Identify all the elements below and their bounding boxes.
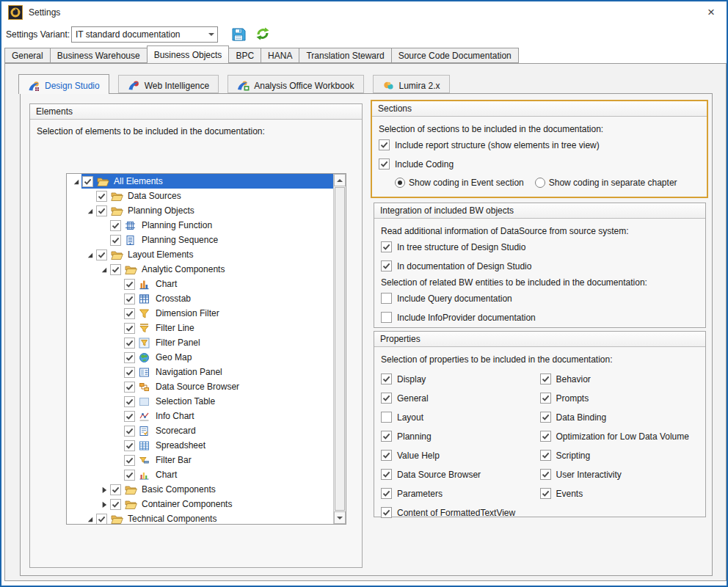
checkbox-data-binding[interactable] — [540, 412, 551, 423]
checkbox-user-interactivity[interactable] — [540, 469, 551, 480]
checkbox-layout[interactable] — [381, 412, 392, 423]
radio-show-coding-in-event-section[interactable] — [395, 178, 405, 188]
tree-row-container-components[interactable]: Container Components — [67, 497, 333, 511]
tree-row-all-elements[interactable]: All Elements — [67, 174, 333, 189]
expand-expanded-icon[interactable] — [84, 205, 95, 216]
tree-row-technical-components[interactable]: Technical Components — [67, 511, 333, 525]
tree-checkbox[interactable] — [124, 426, 135, 437]
tree-row-filter-bar[interactable]: Filter Bar — [67, 453, 333, 467]
tab-translation-steward[interactable]: Translation Steward — [299, 48, 391, 63]
tree-item-label: Planning Objects — [127, 205, 197, 217]
checkbox-behavior[interactable] — [540, 373, 551, 384]
checkbox-prompts[interactable] — [540, 393, 551, 404]
subtab-lumira-2-x[interactable]: Lumira 2.x — [373, 75, 450, 93]
tree-scrollbar[interactable] — [333, 174, 346, 524]
tree-checkbox[interactable] — [110, 235, 121, 246]
tree-checkbox[interactable] — [124, 411, 135, 422]
tab-bpc[interactable]: BPC — [228, 48, 261, 63]
expand-expanded-icon[interactable] — [84, 249, 95, 260]
tree-checkbox[interactable] — [124, 279, 135, 290]
checkbox-content-of-formattedtextview[interactable] — [381, 507, 392, 518]
tree-row-selection-table[interactable]: Selection Table — [67, 394, 333, 409]
tree-row-dimension-filter[interactable]: Dimension Filter — [67, 306, 333, 321]
tree-row-data-sources[interactable]: Data Sources — [67, 189, 333, 203]
checkbox-in-tree-structure-of-design-studio[interactable] — [381, 241, 392, 252]
radio-show-coding-in-separate-chapter[interactable] — [535, 178, 545, 188]
tree-checkbox[interactable] — [96, 514, 107, 525]
subtab-web-intelligence[interactable]: Web Intelligence — [118, 75, 219, 93]
tree-checkbox[interactable] — [124, 323, 135, 334]
tree-checkbox[interactable] — [124, 440, 135, 451]
tree-checkbox[interactable] — [110, 484, 121, 495]
tree-checkbox[interactable] — [124, 396, 135, 407]
tree-checkbox[interactable] — [124, 294, 135, 305]
checkbox-value-help[interactable] — [381, 450, 392, 461]
checkbox-optimization-for-low-data-volume[interactable] — [540, 431, 551, 442]
checkbox-in-documentation-of-design-studio[interactable] — [381, 260, 392, 271]
subtab-analysis-office-workbook[interactable]: Analysis Office Workbook — [228, 75, 363, 93]
tree-row-basic-components[interactable]: Basic Components — [67, 482, 333, 497]
tree-row-chart[interactable]: Chart — [67, 277, 333, 291]
tab-general[interactable]: General — [4, 48, 51, 63]
scroll-up-icon[interactable] — [334, 174, 346, 186]
tree-row-data-source-browser[interactable]: Data Source Browser — [67, 379, 333, 394]
tree-checkbox[interactable] — [124, 338, 135, 349]
checkbox-scripting[interactable] — [540, 450, 551, 461]
tree-checkbox[interactable] — [96, 191, 107, 202]
tree-row-chart[interactable]: Chart — [67, 467, 333, 482]
checkbox-parameters[interactable] — [381, 488, 392, 499]
tree-row-spreadsheet[interactable]: Spreadsheet — [67, 438, 333, 453]
save-icon[interactable] — [230, 26, 247, 43]
expand-collapsed-icon[interactable] — [98, 484, 109, 495]
tree-row-filter-line[interactable]: Filter Line — [67, 321, 333, 335]
checkbox-include-report-structure-show-elements-in-tree-view[interactable] — [379, 139, 390, 150]
tree-row-scorecard[interactable]: Scorecard — [67, 423, 333, 438]
checkbox-events[interactable] — [540, 488, 551, 499]
tree-checkbox[interactable] — [96, 249, 107, 260]
tree-checkbox[interactable] — [110, 499, 121, 510]
tree-row-geo-map[interactable]: Geo Map — [67, 350, 333, 365]
tab-hana[interactable]: HANA — [261, 48, 299, 63]
settings-variant-dropdown[interactable]: IT standard documentation — [71, 26, 218, 43]
tree-row-planning-sequence[interactable]: Planning Sequence — [67, 233, 333, 247]
scrollbar-thumb[interactable] — [335, 187, 345, 511]
tree-checkbox[interactable] — [124, 455, 135, 466]
checkbox-include-coding[interactable] — [379, 158, 390, 169]
expand-collapsed-icon[interactable] — [98, 498, 109, 510]
tree-row-crosstab[interactable]: Crosstab — [67, 291, 333, 306]
tree-checkbox[interactable] — [124, 470, 135, 481]
close-icon[interactable]: × — [702, 4, 721, 21]
checkbox-include-query-documentation[interactable] — [381, 293, 392, 304]
tree-checkbox[interactable] — [124, 308, 135, 319]
tree-row-filter-panel[interactable]: Filter Panel — [67, 335, 333, 350]
checkbox-include-infoprovider-documentation[interactable] — [381, 312, 392, 323]
tab-business-objects[interactable]: Business Objects — [147, 45, 230, 63]
tree-checkbox[interactable] — [124, 382, 135, 393]
expand-expanded-icon[interactable] — [70, 175, 81, 187]
checkbox-data-source-browser[interactable] — [381, 469, 392, 480]
tree-checkbox[interactable] — [124, 367, 135, 378]
scroll-down-icon[interactable] — [334, 511, 346, 524]
tree-checkbox[interactable] — [110, 220, 121, 231]
expand-expanded-icon[interactable] — [98, 263, 109, 275]
checkbox-general[interactable] — [381, 393, 392, 404]
checkbox-planning[interactable] — [381, 431, 392, 442]
tab-business-warehouse[interactable]: Business Warehouse — [50, 48, 148, 63]
tree-checkbox[interactable] — [124, 352, 135, 363]
tree-row-planning-function[interactable]: Planning Function — [67, 218, 333, 233]
tree-row-layout-elements[interactable]: Layout Elements — [67, 247, 333, 262]
tab-source-code-documentation[interactable]: Source Code Documentation — [391, 48, 519, 63]
tree-checkbox[interactable] — [96, 205, 107, 216]
refresh-icon[interactable] — [255, 26, 272, 43]
tree-checkbox[interactable] — [82, 176, 93, 187]
info-chart-icon — [139, 411, 151, 422]
tree-row-info-chart[interactable]: Info Chart — [67, 409, 333, 423]
tree-row-planning-objects[interactable]: Planning Objects — [67, 203, 333, 218]
checkbox-row-parameters: Parameters — [381, 488, 540, 499]
tree-checkbox[interactable] — [110, 264, 121, 275]
subtab-design-studio[interactable]: Design Studio — [18, 74, 109, 94]
expand-expanded-icon[interactable] — [84, 513, 95, 525]
tree-row-navigation-panel[interactable]: Navigation Panel — [67, 365, 333, 379]
checkbox-display[interactable] — [381, 373, 392, 384]
tree-row-analytic-components[interactable]: Analytic Components — [67, 262, 333, 277]
